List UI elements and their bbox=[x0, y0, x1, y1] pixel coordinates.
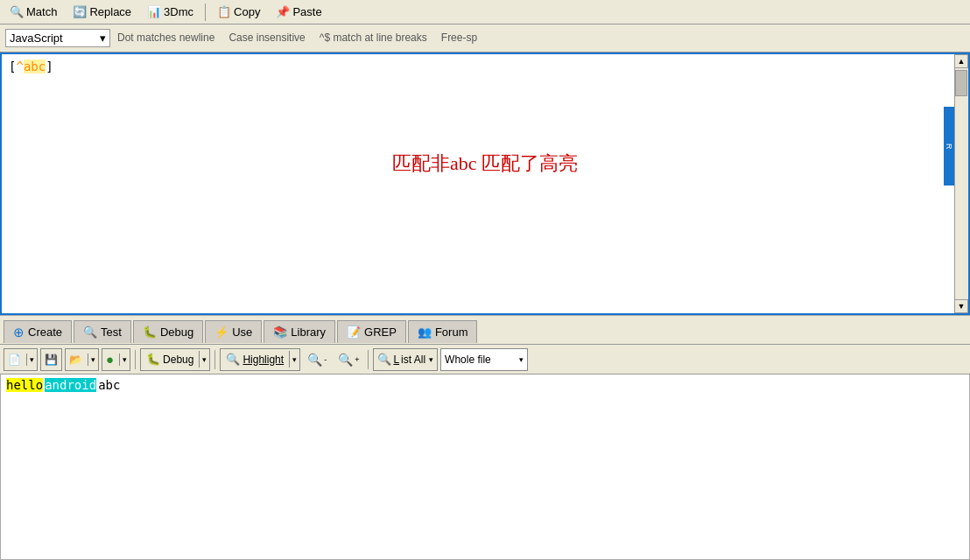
tab-use[interactable]: ⚡ Use bbox=[205, 320, 262, 343]
list-all-button[interactable]: 🔍 List All ▾ bbox=[373, 348, 438, 371]
debug-icon: 🐛 bbox=[143, 326, 157, 339]
forum-icon: 👥 bbox=[418, 326, 432, 339]
whole-file-label: Whole file bbox=[445, 354, 491, 366]
run-group[interactable]: ● ▾ bbox=[102, 348, 130, 371]
whole-file-dropdown-icon: ▾ bbox=[519, 355, 524, 364]
regex-content: abc bbox=[24, 60, 46, 74]
3dmc-icon: 📊 bbox=[147, 5, 161, 18]
open-file-dropdown[interactable]: ▾ bbox=[88, 354, 98, 366]
tab-create[interactable]: ⊕ Create bbox=[4, 320, 72, 343]
copy-icon: 📋 bbox=[217, 5, 231, 18]
lang-dropdown-icon: ▾ bbox=[100, 32, 106, 45]
tab-forum[interactable]: 👥 Forum bbox=[408, 320, 478, 343]
regex-main-display: 匹配非abc 匹配了高亮 bbox=[2, 116, 968, 315]
new-file-group[interactable]: 📄 ▾ bbox=[4, 348, 38, 371]
highlight-main[interactable]: 🔍 Highlight bbox=[221, 351, 290, 368]
list-all-mag-icon: 🔍 bbox=[377, 353, 391, 366]
list-all-dropdown[interactable]: ▾ bbox=[429, 355, 433, 364]
zoom-out-minus: - bbox=[324, 355, 327, 364]
paste-label: Paste bbox=[292, 5, 321, 18]
tab-test[interactable]: 🔍 Test bbox=[74, 320, 131, 343]
new-file-dropdown[interactable]: ▾ bbox=[26, 354, 37, 366]
zoom-in-icon: 🔍 bbox=[338, 353, 353, 367]
toolbar2-sep1 bbox=[135, 350, 136, 369]
separator-1 bbox=[205, 4, 206, 21]
new-file-icon: 📄 bbox=[4, 352, 25, 368]
language-select[interactable]: JavaScript ▾ bbox=[5, 29, 110, 47]
scrollbar-track-v bbox=[954, 68, 968, 299]
create-icon: ⊕ bbox=[13, 325, 25, 340]
forum-label: Forum bbox=[435, 326, 468, 339]
tab-debug[interactable]: 🐛 Debug bbox=[133, 320, 203, 343]
regex-editor[interactable]: [^abc] 匹配非abc 匹配了高亮 ▲ ▼ R bbox=[0, 52, 970, 315]
bracket-close: ] bbox=[46, 60, 53, 74]
debug-bug-icon: 🐛 bbox=[146, 353, 160, 366]
debug-label: Debug bbox=[160, 326, 193, 339]
grep-label: GREP bbox=[364, 326, 397, 339]
use-label: Use bbox=[232, 326, 252, 339]
test-icon: 🔍 bbox=[83, 326, 97, 339]
save-icon: 💾 bbox=[45, 354, 58, 366]
right-panel: R bbox=[944, 107, 954, 186]
content-area[interactable]: helloandroid abc bbox=[0, 374, 970, 560]
zoom-in-plus: + bbox=[355, 355, 359, 364]
highlight-mag-icon: 🔍 bbox=[226, 353, 240, 366]
highlight-dropdown-arrow[interactable]: ▾ bbox=[290, 354, 299, 366]
library-label: Library bbox=[291, 326, 326, 339]
open-file-icon: 📂 bbox=[66, 352, 86, 368]
save-button[interactable]: 💾 bbox=[40, 348, 62, 371]
whole-file-select[interactable]: Whole file ▾ bbox=[440, 348, 528, 371]
paste-button[interactable]: 📌 Paste bbox=[270, 3, 327, 21]
replace-button[interactable]: 🔄 Replace bbox=[67, 3, 137, 21]
lang-options: Dot matches newline Case insensitive ^$ … bbox=[117, 32, 477, 45]
match-label: Match bbox=[26, 5, 57, 18]
replace-icon: 🔄 bbox=[73, 5, 87, 18]
toolbar2-sep3 bbox=[368, 350, 369, 369]
text-hello: hello bbox=[6, 378, 43, 392]
regex-pattern-line: [^abc] bbox=[2, 54, 968, 80]
replace-label: Replace bbox=[89, 5, 131, 18]
toolbar2-sep2 bbox=[214, 350, 215, 369]
debug-button-group[interactable]: 🐛 Debug ▾ bbox=[140, 348, 210, 371]
highlight-button-group[interactable]: 🔍 Highlight ▾ bbox=[220, 348, 300, 371]
open-file-group[interactable]: 📂 ▾ bbox=[65, 348, 99, 371]
test-label: Test bbox=[101, 326, 122, 339]
highlight-text: Highlight bbox=[242, 354, 284, 366]
second-toolbar: 📄 ▾ 💾 📂 ▾ ● ▾ 🐛 Debug ▾ 🔍 Highlight ▾ 🔍 … bbox=[0, 345, 970, 374]
text-abc: abc bbox=[98, 378, 120, 392]
3dmc-label: 3Dmc bbox=[164, 5, 193, 18]
paste-icon: 📌 bbox=[276, 5, 290, 18]
regex-caret: ^ bbox=[16, 60, 23, 74]
3dmc-button[interactable]: 📊 3Dmc bbox=[141, 3, 200, 21]
free-spacing-option[interactable]: Free-sp bbox=[441, 32, 477, 45]
right-panel-text: R bbox=[945, 144, 953, 150]
match-button[interactable]: 🔍 Match bbox=[4, 3, 63, 21]
tab-library[interactable]: 📚 Library bbox=[264, 320, 335, 343]
language-bar: JavaScript ▾ Dot matches newline Case in… bbox=[0, 24, 970, 52]
tab-grep[interactable]: 📝 GREP bbox=[337, 320, 406, 343]
line-breaks-option[interactable]: ^$ match at line breaks bbox=[320, 32, 427, 45]
top-toolbar: 🔍 Match 🔄 Replace 📊 3Dmc 📋 Copy 📌 Paste bbox=[0, 0, 970, 24]
list-all-text2: ist All bbox=[401, 354, 425, 366]
dot-newline-option[interactable]: Dot matches newline bbox=[117, 32, 214, 45]
zoom-in-button[interactable]: 🔍 + bbox=[334, 348, 363, 371]
list-all-text: L bbox=[393, 354, 399, 366]
zoom-out-button[interactable]: 🔍 - bbox=[303, 348, 331, 371]
regex-description: 匹配非abc 匹配了高亮 bbox=[392, 116, 578, 212]
zoom-out-icon: 🔍 bbox=[307, 353, 322, 367]
debug-dropdown-arrow[interactable]: ▾ bbox=[200, 354, 209, 366]
run-dropdown[interactable]: ▾ bbox=[119, 354, 130, 366]
match-icon: 🔍 bbox=[10, 5, 24, 18]
grep-icon: 📝 bbox=[347, 326, 361, 339]
copy-label: Copy bbox=[234, 5, 260, 18]
debug-main[interactable]: 🐛 Debug bbox=[141, 351, 200, 368]
tabs-bar: ⊕ Create 🔍 Test 🐛 Debug ⚡ Use 📚 Library … bbox=[0, 315, 970, 345]
scroll-down-arrow[interactable]: ▼ bbox=[954, 299, 968, 313]
scrollbar-thumb-v[interactable] bbox=[955, 70, 967, 96]
case-insensitive-option[interactable]: Case insensitive bbox=[228, 32, 305, 45]
content-line-1: helloandroid abc bbox=[6, 378, 964, 392]
copy-button[interactable]: 📋 Copy bbox=[211, 3, 266, 21]
scroll-up-arrow[interactable]: ▲ bbox=[954, 54, 968, 68]
language-value: JavaScript bbox=[10, 32, 63, 45]
library-icon: 📚 bbox=[273, 326, 287, 339]
